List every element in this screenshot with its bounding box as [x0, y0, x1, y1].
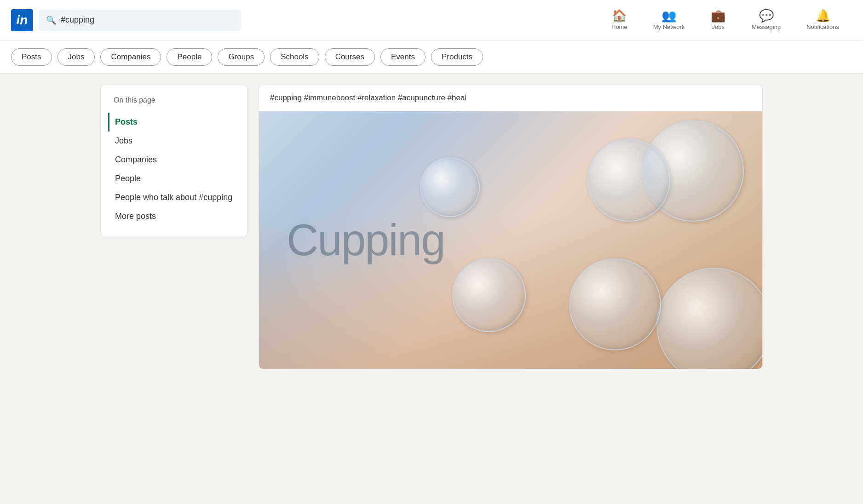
- nav-notifications[interactable]: 🔔 Notifications: [794, 10, 852, 30]
- sidebar-item-posts[interactable]: Posts: [108, 113, 234, 132]
- glass-cup-4: [569, 258, 661, 350]
- filter-people[interactable]: People: [167, 48, 212, 66]
- jobs-icon: 💼: [711, 10, 725, 22]
- nav-messaging-label: Messaging: [752, 23, 781, 30]
- sidebar-card: On this page Posts Jobs Companies People…: [100, 85, 247, 237]
- glass-cup-2: [587, 139, 670, 222]
- my-network-icon: 👥: [662, 10, 676, 22]
- filter-jobs[interactable]: Jobs: [58, 48, 95, 66]
- nav-notifications-label: Notifications: [806, 23, 839, 30]
- sidebar-item-companies[interactable]: Companies: [108, 150, 234, 169]
- filter-schools[interactable]: Schools: [270, 48, 319, 66]
- messaging-icon: 💬: [759, 10, 774, 22]
- search-input[interactable]: [61, 15, 234, 25]
- sidebar-title: On this page: [114, 96, 234, 104]
- post-image: Cupping: [259, 111, 762, 369]
- search-bar[interactable]: 🔍: [39, 10, 241, 31]
- nav-my-network[interactable]: 👥 My Network: [640, 10, 698, 30]
- linkedin-logo[interactable]: in: [11, 9, 33, 31]
- header-nav: 🏠 Home 👥 My Network 💼 Jobs 💬 Messaging 🔔…: [598, 10, 852, 30]
- filter-companies[interactable]: Companies: [100, 48, 161, 66]
- nav-home-label: Home: [611, 23, 627, 30]
- glass-cup-6: [420, 157, 480, 217]
- sidebar-item-jobs[interactable]: Jobs: [108, 132, 234, 150]
- post-card: #cupping #immuneboost #relaxation #acupu…: [259, 85, 763, 369]
- search-icon: 🔍: [46, 15, 56, 25]
- header: in 🔍 🏠 Home 👥 My Network 💼 Jobs 💬 Messag…: [0, 0, 863, 40]
- filter-bar: Posts Jobs Companies People Groups Schoo…: [0, 40, 863, 74]
- sidebar-item-more-posts[interactable]: More posts: [108, 207, 234, 226]
- filter-posts[interactable]: Posts: [11, 48, 52, 66]
- sidebar-item-people[interactable]: People: [108, 169, 234, 188]
- glass-cup-5: [452, 258, 526, 332]
- notifications-icon: 🔔: [816, 10, 830, 22]
- content-area: #cupping #immuneboost #relaxation #acupu…: [259, 85, 763, 369]
- main-layout: On this page Posts Jobs Companies People…: [63, 74, 800, 380]
- home-icon: 🏠: [612, 10, 627, 22]
- nav-jobs-label: Jobs: [712, 23, 725, 30]
- nav-jobs[interactable]: 💼 Jobs: [697, 10, 739, 30]
- filter-products[interactable]: Products: [431, 48, 483, 66]
- filter-courses[interactable]: Courses: [325, 48, 375, 66]
- nav-home[interactable]: 🏠 Home: [598, 10, 640, 30]
- sidebar: On this page Posts Jobs Companies People…: [100, 85, 247, 369]
- nav-messaging[interactable]: 💬 Messaging: [739, 10, 794, 30]
- sidebar-item-people-hashtag[interactable]: People who talk about #cupping: [108, 188, 234, 207]
- filter-events[interactable]: Events: [380, 48, 426, 66]
- filter-groups[interactable]: Groups: [218, 48, 265, 66]
- nav-my-network-label: My Network: [653, 23, 685, 30]
- hashtag-bar: #cupping #immuneboost #relaxation #acupu…: [259, 85, 762, 111]
